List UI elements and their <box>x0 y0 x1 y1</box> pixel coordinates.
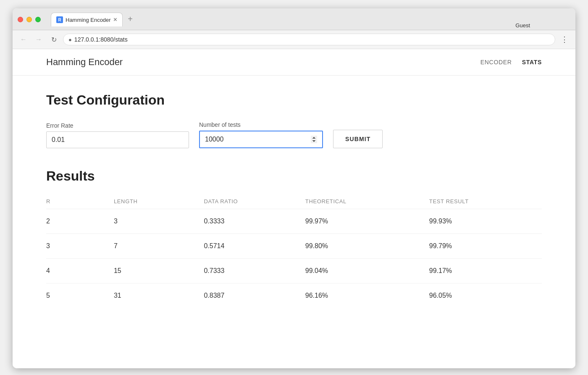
browser-tab-active[interactable]: R Hamming Encoder × <box>51 13 123 26</box>
table-row: 5310.838796.16%96.05% <box>46 283 542 308</box>
num-tests-group: Number of tests <box>199 121 323 148</box>
cell-data_ratio-0: 0.3333 <box>204 209 305 234</box>
tab-title: Hamming Encoder <box>66 17 111 23</box>
col-header-test-result: TEST RESULT <box>429 194 542 209</box>
reload-button[interactable]: ↻ <box>48 34 60 45</box>
cell-r-2: 4 <box>46 259 114 283</box>
browser-toolbar: ← → ↻ ● 127.0.0.1:8080/stats ⋮ <box>13 30 575 49</box>
cell-data_ratio-1: 0.5714 <box>204 234 305 259</box>
cell-theoretical-2: 99.04% <box>305 259 429 283</box>
browser-controls: R Hamming Encoder × + Guest <box>18 13 570 26</box>
guest-label: Guest <box>515 22 530 29</box>
cell-test_result-0: 99.93% <box>429 209 542 234</box>
forward-button[interactable]: → <box>33 34 45 45</box>
cell-r-0: 2 <box>46 209 114 234</box>
app-nav: ENCODER STATS <box>480 59 542 66</box>
table-row: 4150.733399.04%99.17% <box>46 259 542 283</box>
app-title: Hamming Encoder <box>46 57 123 68</box>
cell-data_ratio-2: 0.7333 <box>204 259 305 283</box>
cell-theoretical-0: 99.97% <box>305 209 429 234</box>
results-table: R LENGTH DATA RATIO THEORETICAL TEST RES… <box>46 194 542 308</box>
results-section-title: Results <box>46 168 542 184</box>
submit-button[interactable]: SUBMIT <box>333 130 383 148</box>
app-header: Hamming Encoder ENCODER STATS <box>13 49 575 76</box>
cell-theoretical-3: 96.16% <box>305 283 429 308</box>
tab-close-button[interactable]: × <box>113 16 117 24</box>
new-tab-button[interactable]: + <box>124 13 136 25</box>
cell-test_result-1: 99.79% <box>429 234 542 259</box>
cell-r-3: 5 <box>46 283 114 308</box>
browser-titlebar: R Hamming Encoder × + Guest <box>13 8 575 30</box>
config-section-title: Test Configuration <box>46 92 542 108</box>
cell-theoretical-1: 99.80% <box>305 234 429 259</box>
nav-encoder[interactable]: ENCODER <box>480 59 512 66</box>
minimize-traffic-light[interactable] <box>26 17 32 22</box>
cell-length-3: 31 <box>114 283 204 308</box>
address-bar[interactable]: ● 127.0.0.1:8080/stats <box>63 34 555 45</box>
tabs-row: R Hamming Encoder × + <box>51 13 136 26</box>
col-header-length: LENGTH <box>114 194 204 209</box>
main-content: Test Configuration Error Rate Number of … <box>13 76 575 325</box>
cell-test_result-3: 96.05% <box>429 283 542 308</box>
config-form: Error Rate Number of tests SUBMIT <box>46 121 542 148</box>
col-header-data-ratio: DATA RATIO <box>204 194 305 209</box>
error-rate-group: Error Rate <box>46 122 189 148</box>
cell-length-2: 15 <box>114 259 204 283</box>
page-content: Hamming Encoder ENCODER STATS Test Confi… <box>13 49 575 368</box>
num-tests-wrapper <box>199 131 323 148</box>
table-row: 370.571499.80%99.79% <box>46 234 542 259</box>
results-table-header: R LENGTH DATA RATIO THEORETICAL TEST RES… <box>46 194 542 209</box>
error-rate-label: Error Rate <box>46 122 189 129</box>
cell-r-1: 3 <box>46 234 114 259</box>
browser-menu-button[interactable]: ⋮ <box>559 34 570 45</box>
results-table-body: 230.333399.97%99.93%370.571499.80%99.79%… <box>46 209 542 308</box>
cell-length-1: 7 <box>114 234 204 259</box>
lock-icon: ● <box>68 37 72 43</box>
col-header-theoretical: THEORETICAL <box>305 194 429 209</box>
tab-favicon: R <box>56 16 63 23</box>
back-button[interactable]: ← <box>18 34 29 45</box>
error-rate-input[interactable] <box>46 131 189 148</box>
nav-stats[interactable]: STATS <box>522 59 542 66</box>
close-traffic-light[interactable] <box>18 17 23 22</box>
browser-window: R Hamming Encoder × + Guest ← → ↻ ● 127.… <box>13 8 575 368</box>
cell-data_ratio-3: 0.8387 <box>204 283 305 308</box>
num-tests-input[interactable] <box>199 131 323 148</box>
cell-test_result-2: 99.17% <box>429 259 542 283</box>
maximize-traffic-light[interactable] <box>35 17 41 22</box>
cell-length-0: 3 <box>114 209 204 234</box>
url-text: 127.0.0.1:8080/stats <box>74 36 550 43</box>
col-header-r: R <box>46 194 114 209</box>
table-row: 230.333399.97%99.93% <box>46 209 542 234</box>
num-tests-label: Number of tests <box>199 121 323 128</box>
